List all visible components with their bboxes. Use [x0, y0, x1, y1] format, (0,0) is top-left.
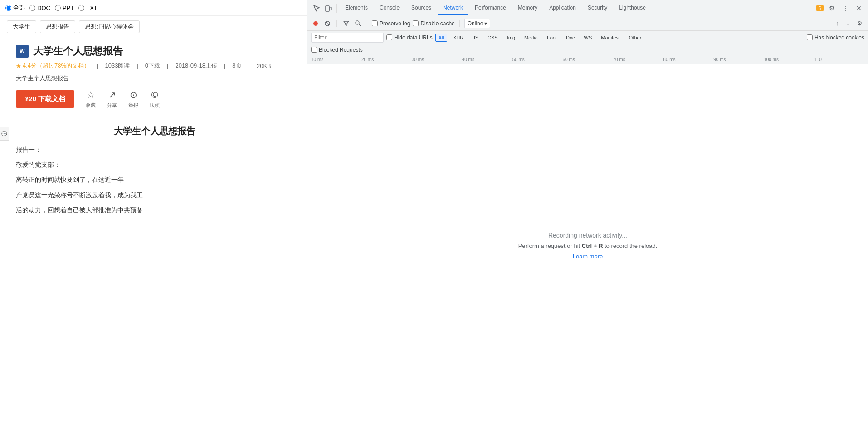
- import-icon[interactable]: ↑: [833, 19, 842, 28]
- has-blocked-cookies-checkbox[interactable]: [807, 34, 813, 40]
- timeline-label-90ms: 90 ms: [713, 57, 764, 62]
- filter-type-font[interactable]: Font: [544, 34, 560, 42]
- hide-data-urls-label[interactable]: Hide data URLs: [386, 34, 433, 41]
- separator2: |: [167, 63, 168, 69]
- devtools-header-icons: 6 ⚙ ⋮ ✕: [816, 3, 864, 14]
- tab-lighthouse[interactable]: Lighthouse: [614, 2, 651, 15]
- inspect-element-icon[interactable]: [311, 3, 322, 14]
- filter-toggle-icon[interactable]: [341, 19, 351, 28]
- feedback-sidebar[interactable]: 💬 新版反馈: [0, 127, 9, 141]
- action-row: ¥20 下载文档 ☆ 收藏 ↗ 分享 ⊙ 举报 © 认领: [16, 89, 293, 109]
- condition-dropdown-icon: ▾: [484, 20, 487, 27]
- warning-badge[interactable]: 6: [816, 5, 824, 11]
- tab-sources[interactable]: Sources: [406, 2, 437, 15]
- preserve-log-checkbox[interactable]: [372, 20, 378, 26]
- close-devtools-icon[interactable]: ✕: [853, 3, 864, 14]
- tab-console[interactable]: Console: [374, 2, 405, 15]
- filter-type-ws[interactable]: WS: [581, 34, 595, 42]
- preview-title: 大学生个人思想报告: [16, 125, 293, 137]
- preview-section1: 报告一：: [16, 144, 293, 155]
- svg-line-6: [359, 24, 361, 26]
- download-button[interactable]: ¥20 下载文档: [16, 90, 74, 108]
- blocked-requests-label[interactable]: Blocked Requests: [311, 47, 363, 53]
- network-condition-select[interactable]: Online ▾: [464, 19, 491, 28]
- filter-type-img[interactable]: Img: [504, 34, 518, 42]
- timeline-row: 10 ms 20 ms 30 ms 40 ms 50 ms 60 ms 70 m…: [307, 55, 868, 64]
- recording-message: Recording network activity... Perform a …: [518, 232, 658, 260]
- search-bar: 全部 DOC PPT TXT: [0, 0, 307, 16]
- reads-count: |: [97, 63, 98, 69]
- timeline-label-70ms: 70 ms: [613, 57, 663, 62]
- preview-section2: 敬爱的党支部：: [16, 159, 293, 170]
- filter-type-js[interactable]: JS: [469, 34, 482, 42]
- timeline-label-20ms: 20 ms: [361, 57, 412, 62]
- learn-more-link[interactable]: Learn more: [518, 253, 658, 260]
- doc-meta: ★ 4.4分（超过78%的文档） | 1033阅读 | 0下载 | 2018-0…: [16, 62, 293, 70]
- hide-data-urls-checkbox[interactable]: [386, 34, 392, 40]
- tab-network[interactable]: Network: [438, 2, 468, 15]
- disable-cache-label[interactable]: Disable cache: [413, 20, 454, 27]
- action-collect[interactable]: ☆ 收藏: [86, 89, 96, 109]
- device-toolbar-icon[interactable]: [323, 3, 334, 14]
- clear-button[interactable]: [323, 19, 332, 28]
- preserve-log-label[interactable]: Preserve log: [372, 20, 410, 27]
- filter-type-other[interactable]: Other: [626, 34, 645, 42]
- hint-text1: Perform a request or hit: [518, 243, 582, 249]
- feedback-icon: 💬: [1, 131, 7, 136]
- search-icon[interactable]: [353, 19, 362, 28]
- filter-type-doc[interactable]: Doc: [563, 34, 578, 42]
- filter-type-manifest[interactable]: Manifest: [598, 34, 623, 42]
- tag-thought-report[interactable]: 思想报告: [40, 20, 75, 33]
- pages-text: 8页: [232, 62, 241, 70]
- tab-security[interactable]: Security: [582, 2, 613, 15]
- settings-gear-icon[interactable]: ⚙: [826, 3, 837, 14]
- filter-type-css[interactable]: CSS: [484, 34, 501, 42]
- devtools-tabbar: Elements Console Sources Network Perform…: [307, 0, 868, 16]
- upload-date: 2018-09-18上传: [175, 62, 217, 70]
- reads-text: 1033阅读: [105, 62, 130, 70]
- radio-ppt[interactable]: PPT: [55, 5, 74, 11]
- timeline-label-40ms: 40 ms: [462, 57, 512, 62]
- recording-hint: Perform a request or hit Ctrl + R to rec…: [518, 243, 658, 249]
- separator4: |: [249, 63, 250, 69]
- preview-section3: 离转正的时间就快要到了，在这近一年: [16, 174, 293, 185]
- import-export-icons: ↑ ↓: [833, 19, 853, 28]
- hint-shortcut: Ctrl + R: [582, 243, 603, 249]
- action-share[interactable]: ↗ 分享: [107, 89, 117, 109]
- tab-memory[interactable]: Memory: [512, 2, 543, 15]
- filter-input[interactable]: [311, 33, 384, 43]
- filter-type-xhr[interactable]: XHR: [450, 34, 467, 42]
- svg-rect-0: [326, 6, 329, 11]
- network-condition-label: Online: [468, 20, 483, 27]
- tag-university-student[interactable]: 大学生: [7, 20, 36, 33]
- preview-section: 报告一： 敬爱的党支部： 离转正的时间就快要到了，在这近一年 产党员这一光荣称号…: [16, 144, 293, 216]
- more-options-icon[interactable]: ⋮: [840, 3, 851, 14]
- disable-cache-checkbox[interactable]: [413, 20, 419, 26]
- tag-thought-summary[interactable]: 思想汇报/心得体会: [79, 20, 140, 33]
- preview-section4: 产党员这一光荣称号不断激励着我，成为我工: [16, 189, 293, 201]
- doc-subtitle: 大学生个人思想报告: [16, 74, 293, 82]
- doc-preview: 大学生个人思想报告 报告一： 敬爱的党支部： 离转正的时间就快要到了，在这近一年…: [16, 118, 293, 216]
- network-settings-icon[interactable]: ⚙: [855, 19, 864, 28]
- timeline-label-60ms: 60 ms: [563, 57, 613, 62]
- devtools-main-area: Recording network activity... Perform a …: [307, 64, 868, 427]
- action-report[interactable]: ⊙ 举报: [128, 89, 138, 109]
- action-claim[interactable]: © 认领: [150, 90, 160, 109]
- has-blocked-cookies-label[interactable]: Has blocked cookies: [807, 34, 864, 41]
- record-button[interactable]: [311, 19, 320, 28]
- share-label: 分享: [107, 102, 117, 109]
- tab-elements[interactable]: Elements: [340, 2, 373, 15]
- radio-doc[interactable]: DOC: [29, 5, 50, 11]
- export-icon[interactable]: ↓: [844, 19, 853, 28]
- radio-all[interactable]: 全部: [5, 4, 25, 12]
- filter-type-all[interactable]: All: [435, 34, 447, 42]
- left-panel: 💬 新版反馈 全部 DOC PPT TXT 大学生 思想报告 思想汇报/心得体会: [0, 0, 307, 427]
- size-text: 20KB: [257, 63, 271, 69]
- tab-application[interactable]: Application: [544, 2, 581, 15]
- blocked-requests-checkbox[interactable]: [311, 47, 317, 53]
- radio-txt[interactable]: TXT: [78, 5, 98, 11]
- tab-performance[interactable]: Performance: [469, 2, 512, 15]
- filter-type-media[interactable]: Media: [521, 34, 541, 42]
- preview-section5: 活的动力，回想着自己被大部批准为中共预备: [16, 204, 293, 216]
- doc-title-row: W 大学生个人思想报告: [16, 44, 293, 58]
